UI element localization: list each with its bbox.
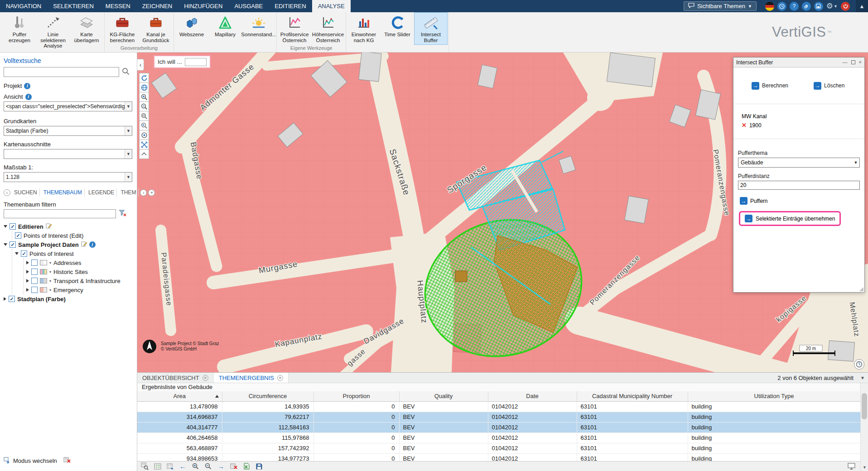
menu-editieren[interactable]: EDITIEREN bbox=[269, 0, 312, 12]
previous-page-icon[interactable]: ← bbox=[178, 462, 187, 471]
tab-legende[interactable]: LEGENDE bbox=[86, 188, 117, 197]
clear-selection-icon[interactable] bbox=[229, 462, 238, 471]
close-tab-icon[interactable]: ✕ bbox=[203, 375, 208, 381]
layer-info-icon[interactable]: i bbox=[89, 241, 96, 248]
show-table-icon[interactable] bbox=[153, 462, 162, 471]
locate-icon[interactable] bbox=[139, 130, 149, 140]
zoom-in-table-icon[interactable] bbox=[191, 462, 200, 471]
i-want-to-widget[interactable]: Ich will ... bbox=[154, 55, 211, 68]
collapse-icon[interactable] bbox=[4, 243, 7, 246]
minimize-icon[interactable]: — bbox=[843, 60, 848, 65]
tree-item-stadtplan[interactable]: ✓ Stadtplan (Farbe) bbox=[4, 294, 133, 303]
search-icon[interactable] bbox=[122, 67, 130, 77]
expand-icon[interactable] bbox=[26, 279, 29, 283]
export-table-icon[interactable] bbox=[166, 462, 174, 471]
basemap-select[interactable]: Stadtplan (Farbe) ▼ bbox=[4, 126, 132, 136]
visible-themes-button[interactable]: Sichtbare Themen ▼ bbox=[684, 1, 757, 11]
panel-titlebar[interactable]: Intersect Buffer — × bbox=[733, 58, 864, 67]
theme-filter-input[interactable] bbox=[4, 209, 116, 218]
close-tab-icon[interactable]: ✕ bbox=[277, 375, 283, 381]
tree-item-emergency[interactable]: ▾ Emergency bbox=[26, 285, 133, 294]
view-info-icon[interactable]: i bbox=[25, 94, 32, 100]
i-want-to-input[interactable] bbox=[185, 58, 207, 66]
checkbox-unchecked[interactable] bbox=[31, 287, 38, 293]
menu-navigation[interactable]: NAVIGATION bbox=[0, 0, 47, 12]
tool-webszene[interactable]: Webszene bbox=[175, 12, 208, 45]
save-table-icon[interactable] bbox=[255, 462, 263, 471]
tab-themenbaum[interactable]: THEMENBAUM bbox=[41, 188, 85, 197]
chevron-down-icon[interactable]: ▾ bbox=[49, 270, 51, 274]
tool-puffer-erzeugen[interactable]: Puffer erzeugen bbox=[3, 12, 36, 49]
table-row-selected[interactable]: 404,314777112,5841630BEV0104201263101bui… bbox=[137, 422, 860, 433]
apply-selected-button[interactable]: → Selektierte Einträge übernehmen bbox=[739, 211, 841, 226]
tree-item-historic-sites[interactable]: ▾ Historic Sites bbox=[26, 267, 133, 276]
table-row[interactable]: 563,468897157,7423920BEV0104201263101bui… bbox=[137, 443, 860, 453]
help-icon[interactable]: ? bbox=[790, 2, 799, 11]
tool-time-slider[interactable]: Time Slider bbox=[381, 12, 414, 45]
tree-item-sample-project[interactable]: ✓ Sample Project Daten i bbox=[4, 240, 133, 249]
zoom-to-selection-icon[interactable] bbox=[140, 462, 149, 471]
link-icon[interactable] bbox=[802, 2, 811, 11]
col-utilization-type[interactable]: Utilization Type bbox=[688, 391, 860, 401]
delete-button[interactable]: → Löschen bbox=[814, 82, 844, 90]
menu-ausgabe[interactable]: AUSGABE bbox=[228, 0, 269, 12]
tab-them-truncated[interactable]: THEM bbox=[118, 188, 139, 197]
close-icon[interactable]: × bbox=[859, 60, 862, 65]
tab-themenergebnis[interactable]: THEMENERGEBNIS ✕ bbox=[214, 373, 289, 383]
resize-handle[interactable] bbox=[859, 287, 863, 291]
mode-switch-label[interactable]: Modus wechseln bbox=[13, 457, 57, 464]
tree-item-points-of-interest[interactable]: ✓ Points of Interest bbox=[15, 249, 133, 258]
menu-analyse[interactable]: ANALYSE bbox=[312, 0, 351, 12]
full-extent-icon[interactable] bbox=[139, 139, 149, 149]
collapse-panel-icon[interactable]: ▼ bbox=[860, 375, 868, 380]
settings-gear-icon[interactable]: ⚙▼ bbox=[826, 1, 838, 11]
table-row[interactable]: 406,264658115,978680BEV0104201263101buil… bbox=[137, 433, 860, 443]
scale-select[interactable]: 1.128 ▼ bbox=[4, 172, 132, 182]
collapse-ribbon-chevron-icon[interactable]: ▲ bbox=[856, 0, 868, 12]
tool-intersect-buffer[interactable]: Intersect Buffer bbox=[414, 12, 448, 45]
col-area[interactable]: Area bbox=[137, 391, 222, 401]
zoom-window-icon[interactable] bbox=[139, 111, 149, 121]
zoom-out-table-icon[interactable] bbox=[204, 462, 212, 471]
checkbox-unchecked[interactable] bbox=[31, 269, 38, 275]
tree-item-poi-edit[interactable]: ✓ Points of Interest (Edit) bbox=[15, 231, 133, 240]
table-row[interactable]: 934,898653134,9772730BEV0104201263101bui… bbox=[137, 453, 860, 461]
globe-icon[interactable] bbox=[139, 82, 149, 92]
tab-suchen[interactable]: SUCHEN bbox=[12, 188, 40, 197]
language-flag-icon[interactable] bbox=[765, 2, 774, 11]
col-date[interactable]: Date bbox=[488, 391, 577, 401]
buffer-distance-input[interactable] bbox=[738, 181, 860, 190]
tool-hoehenservice[interactable]: Höhenservice Österreich bbox=[311, 12, 345, 45]
fulltext-search-link[interactable]: Volltextsuche bbox=[4, 57, 133, 64]
export-excel-icon[interactable] bbox=[242, 462, 251, 471]
chevron-down-icon[interactable]: ▾ bbox=[49, 288, 51, 292]
checkbox-checked[interactable]: ✓ bbox=[15, 232, 21, 239]
next-page-icon[interactable]: → bbox=[217, 462, 225, 471]
table-row-selected[interactable]: 314,69683779,622170BEV0104201263101build… bbox=[137, 412, 860, 422]
vertical-scrollbar[interactable]: ▼ bbox=[860, 383, 868, 471]
collapse-icon[interactable] bbox=[15, 252, 19, 255]
col-circumference[interactable]: Circumference bbox=[222, 391, 313, 401]
filter-clear-icon[interactable] bbox=[119, 210, 127, 218]
display-monitor-icon[interactable] bbox=[847, 462, 856, 471]
tree-item-addresses[interactable]: ▾ Addresses bbox=[26, 258, 133, 267]
checkbox-checked[interactable]: ✓ bbox=[21, 250, 27, 257]
tree-item-editieren[interactable]: ✓ Editieren bbox=[4, 222, 133, 231]
col-quality[interactable]: Quality bbox=[399, 391, 488, 401]
tab-scroll-left-icon[interactable]: ‹ bbox=[4, 189, 10, 196]
menu-messen[interactable]: MESSEN bbox=[100, 0, 136, 12]
tool-linie-selektieren[interactable]: Linie selektieren Analyse bbox=[36, 12, 70, 49]
tab-scroll-right-icon[interactable]: › bbox=[140, 189, 147, 196]
menu-zeichnen[interactable]: ZEICHNEN bbox=[136, 0, 178, 12]
scroll-down-icon[interactable]: ▼ bbox=[861, 465, 868, 470]
maximize-icon[interactable] bbox=[851, 60, 855, 64]
tab-objektuebersicht[interactable]: OBJEKTÜBERSICHT ✕ bbox=[137, 373, 214, 383]
calculate-button[interactable]: → Berechnen bbox=[752, 82, 788, 90]
scrollbar-thumb[interactable] bbox=[862, 393, 867, 419]
tool-kanal-je-grundstueck[interactable]: Kanal je Grundstück bbox=[139, 12, 173, 45]
collapse-toolbar-icon[interactable] bbox=[139, 149, 149, 159]
tool-sonnenstand[interactable]: Sonnenstand... bbox=[242, 12, 275, 45]
chevron-down-icon[interactable]: ▾ bbox=[49, 279, 51, 283]
zoom-out-icon[interactable] bbox=[139, 101, 149, 111]
chevron-down-icon[interactable]: ▾ bbox=[49, 261, 51, 265]
